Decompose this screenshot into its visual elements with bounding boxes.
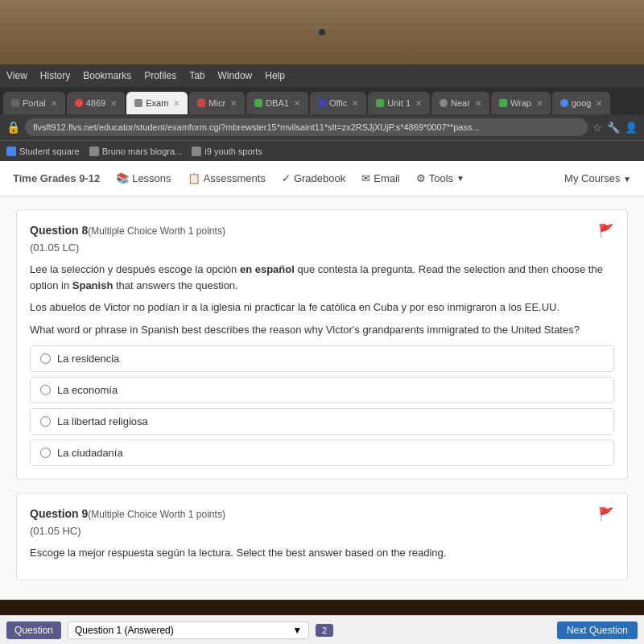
previous-question-button[interactable]: Question xyxy=(6,621,61,639)
next-question-button[interactable]: Next Question xyxy=(557,621,638,639)
email-icon: ✉ xyxy=(361,172,370,184)
option-la-ciudadania[interactable]: La ciudadanía xyxy=(30,440,614,466)
menu-view[interactable]: View xyxy=(6,70,27,81)
question-8-block: Question 8(Multiple Choice Worth 1 point… xyxy=(16,209,628,480)
option-la-economia[interactable]: La economía xyxy=(30,377,614,403)
question-9-block: Question 9(Multiple Choice Worth 1 point… xyxy=(16,493,628,581)
tab-goog[interactable]: goog ✕ xyxy=(552,92,610,114)
question-content-area: Question 8(Multiple Choice Worth 1 point… xyxy=(0,196,644,600)
tab-unit1[interactable]: Unit 1 ✕ xyxy=(368,92,430,114)
bookmark-icon-bruno xyxy=(89,147,99,156)
menu-window[interactable]: Window xyxy=(218,70,253,81)
web-content: Time Grades 9-12 📚 Lessons 📋 Assessments… xyxy=(0,161,644,600)
radio-la-ciudadania[interactable] xyxy=(40,448,51,458)
tab-close-unit1[interactable]: ✕ xyxy=(415,99,422,108)
tab-dba1[interactable]: DBA1 ✕ xyxy=(246,92,308,114)
tab-bar: Portal ✕ 4869 ✕ Exam ✕ Micr ✕ DBA1 ✕ Off… xyxy=(0,87,644,114)
flag-icon-q8[interactable]: 🚩 xyxy=(598,223,614,238)
address-icons: ☆ 🔧 👤 xyxy=(592,122,638,134)
address-input[interactable] xyxy=(25,118,588,136)
tab-close-goog[interactable]: ✕ xyxy=(596,99,602,108)
question-8-header: Question 8(Multiple Choice Worth 1 point… xyxy=(30,223,614,238)
tab-close-near[interactable]: ✕ xyxy=(475,99,481,108)
gradebook-icon: ✓ xyxy=(282,172,291,184)
question-8-title: Question 8(Multiple Choice Worth 1 point… xyxy=(30,223,225,237)
bookmark-star-icon[interactable]: ☆ xyxy=(592,122,602,134)
email-label: Email xyxy=(374,172,400,184)
dropdown-chevron-icon: ▼ xyxy=(292,625,302,636)
question-8-code: (01.05 LC) xyxy=(30,242,614,254)
tab-close-4869[interactable]: ✕ xyxy=(110,99,117,108)
tab-close-portal[interactable]: ✕ xyxy=(51,99,57,108)
tab-4869[interactable]: 4869 ✕ xyxy=(67,92,125,114)
radio-la-economia[interactable] xyxy=(40,385,51,395)
tab-portal[interactable]: Portal ✕ xyxy=(3,92,65,114)
tab-wrap[interactable]: Wrap ✕ xyxy=(491,92,551,114)
option-la-libertad-label: La libertad religiosa xyxy=(57,415,148,427)
my-courses-button[interactable]: My Courses ▼ xyxy=(564,172,631,184)
tab-offic[interactable]: Offic ✕ xyxy=(310,92,366,114)
tab-close-exam[interactable]: ✕ xyxy=(173,99,180,108)
option-la-residencia-label: La residencia xyxy=(57,353,119,365)
answer-count-badge: 2 xyxy=(316,624,333,637)
bottom-navigation-bar: Question Question 1 (Answered) ▼ 2 Next … xyxy=(0,615,644,644)
assessments-label: Assessments xyxy=(204,172,266,184)
tools-icon: ⚙ xyxy=(416,172,426,184)
extensions-icon[interactable]: 🔧 xyxy=(607,122,620,134)
nav-gradebook[interactable]: ✓ Gradebook xyxy=(282,172,345,184)
question-8-type: (Multiple Choice Worth 1 points) xyxy=(88,225,225,237)
course-title: Time Grades 9-12 xyxy=(13,172,100,184)
my-courses-chevron-icon: ▼ xyxy=(623,175,631,184)
tab-near[interactable]: Near ✕ xyxy=(431,92,489,114)
menu-help[interactable]: Help xyxy=(265,70,285,81)
bookmark-youth-sports[interactable]: i9 youth sports xyxy=(192,147,262,156)
question-8-instruction: Lee la selección y después escoge la opc… xyxy=(30,262,614,293)
laptop-bezel xyxy=(0,0,644,64)
tab-close-wrap[interactable]: ✕ xyxy=(536,99,543,108)
browser-chrome: View History Bookmarks Profiles Tab Wind… xyxy=(0,64,644,161)
lock-icon: 🔒 xyxy=(6,121,20,134)
nav-email[interactable]: ✉ Email xyxy=(361,172,400,184)
tools-label: Tools xyxy=(429,172,453,184)
radio-la-libertad[interactable] xyxy=(40,416,51,427)
option-la-libertad[interactable]: La libertad religiosa xyxy=(30,408,614,435)
tools-chevron-icon: ▼ xyxy=(456,174,464,183)
nav-tools[interactable]: ⚙ Tools ▼ xyxy=(416,172,464,184)
question-8-passage: Los abuelos de Victor no podían ir a la … xyxy=(30,299,614,316)
tab-close-dba1[interactable]: ✕ xyxy=(294,99,300,108)
gradebook-label: Gradebook xyxy=(294,172,345,184)
lessons-label: Lessons xyxy=(132,172,171,184)
question-dropdown-label: Question 1 (Answered) xyxy=(75,625,174,636)
menu-profiles[interactable]: Profiles xyxy=(144,70,176,81)
menu-bookmarks[interactable]: Bookmarks xyxy=(83,70,131,81)
question-9-title: Question 9(Multiple Choice Worth 1 point… xyxy=(30,506,225,521)
menu-history[interactable]: History xyxy=(40,70,70,81)
question-9-code: (01.05 HC) xyxy=(30,525,614,537)
option-la-economia-label: La economía xyxy=(57,384,118,396)
question-8-prompt: What word or phrase in Spanish best desc… xyxy=(30,324,614,336)
option-la-residencia[interactable]: La residencia xyxy=(30,345,614,372)
bookmark-icon-youth xyxy=(192,147,201,156)
radio-la-residencia[interactable] xyxy=(40,353,51,364)
tab-close-micr[interactable]: ✕ xyxy=(230,99,237,108)
address-bar: 🔒 ☆ 🔧 👤 xyxy=(0,114,644,140)
flag-icon-q9[interactable]: 🚩 xyxy=(598,506,614,522)
tab-micr[interactable]: Micr ✕ xyxy=(189,92,245,114)
question-dropdown[interactable]: Question 1 (Answered) ▼ xyxy=(68,621,309,639)
tab-close-offic[interactable]: ✕ xyxy=(352,99,358,108)
assessments-icon: 📋 xyxy=(188,172,200,184)
bookmark-student-square[interactable]: Student square xyxy=(6,147,80,156)
nav-lessons[interactable]: 📚 Lessons xyxy=(116,172,171,184)
tab-exam[interactable]: Exam ✕ xyxy=(126,92,188,114)
menu-tab[interactable]: Tab xyxy=(189,70,204,81)
question-8-label: Question 8 xyxy=(30,224,88,237)
profile-icon[interactable]: 👤 xyxy=(625,122,638,134)
question-9-instruction: Escoge la mejor respuesta según la lectu… xyxy=(30,545,614,561)
question-9-type: (Multiple Choice Worth 1 points) xyxy=(88,509,225,520)
menu-bar: View History Bookmarks Profiles Tab Wind… xyxy=(0,64,644,87)
bookmarks-bar: Student square Bruno mars biogra... i9 y… xyxy=(0,140,644,161)
laptop-camera xyxy=(319,29,325,35)
question-8-options: La residencia La economía La libertad re… xyxy=(30,345,614,466)
nav-assessments[interactable]: 📋 Assessments xyxy=(188,172,266,184)
bookmark-bruno-mars[interactable]: Bruno mars biogra... xyxy=(89,147,183,156)
